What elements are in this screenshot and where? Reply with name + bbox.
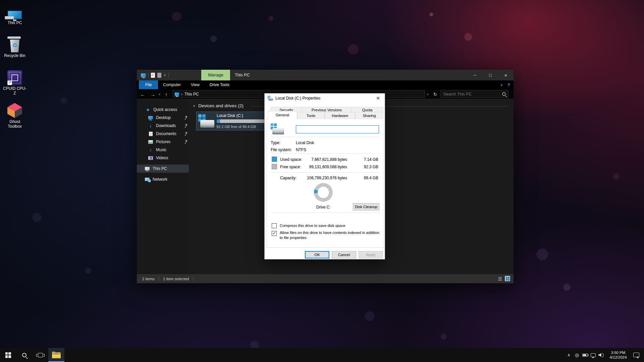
qat-new-folder-icon[interactable] bbox=[157, 73, 161, 78]
capacity-bytes: 106,799,230,976 bytes bbox=[292, 176, 347, 180]
pin-icon bbox=[184, 124, 188, 128]
clock-time: 3:50 PM bbox=[611, 350, 626, 355]
large-icons-view-icon[interactable] bbox=[505, 276, 510, 281]
cpuz-icon bbox=[3, 68, 27, 85]
forward-icon[interactable]: → bbox=[150, 89, 155, 99]
apply-button[interactable]: Apply bbox=[359, 251, 383, 258]
sidebar-item-pictures[interactable]: Pictures bbox=[137, 138, 189, 146]
properties-dialog: Local Disk (C:) Properties ✕ Security Pr… bbox=[264, 93, 385, 259]
tab-general[interactable]: General bbox=[268, 111, 297, 119]
tray-volume-icon[interactable] bbox=[597, 348, 605, 362]
details-view-icon[interactable] bbox=[497, 276, 503, 281]
disk-cleanup-button[interactable]: Disk Cleanup bbox=[353, 203, 379, 210]
recent-locations-dropdown-icon[interactable]: ∨ bbox=[158, 89, 161, 99]
free-space-swatch bbox=[272, 164, 277, 169]
item-count: 2 items bbox=[142, 277, 155, 281]
capacity-size: 99.4 GB bbox=[349, 176, 378, 180]
tray-camera-icon[interactable]: ◎ bbox=[573, 348, 581, 362]
sidebar-item-downloads[interactable]: ↓ Downloads bbox=[137, 122, 189, 130]
search-icon[interactable] bbox=[502, 92, 506, 96]
file-system-label: File system: bbox=[271, 147, 292, 152]
shortcut-arrow-icon bbox=[7, 80, 12, 85]
tab-hardware[interactable]: Hardware bbox=[325, 112, 355, 119]
minimize-button[interactable]: ─ bbox=[467, 70, 483, 80]
separator bbox=[168, 73, 169, 77]
separator bbox=[271, 137, 380, 137]
window-title: This PC bbox=[235, 70, 250, 80]
desktop-icon-this-pc[interactable]: This PC bbox=[3, 3, 27, 25]
help-icon[interactable]: ? bbox=[507, 80, 510, 89]
menu-tab-view[interactable]: View bbox=[186, 80, 205, 89]
sidebar-item-quick-access[interactable]: ★ Quick access bbox=[137, 106, 189, 114]
taskbar-clock[interactable]: 3:50 PM 4/12/2024 bbox=[606, 348, 630, 362]
cancel-button[interactable]: Cancel bbox=[332, 251, 356, 258]
breadcrumb-separator-icon: › bbox=[181, 92, 182, 97]
menu-tab-drive-tools[interactable]: Drive Tools bbox=[205, 80, 234, 89]
search-box[interactable] bbox=[440, 90, 508, 98]
sidebar-item-desktop[interactable]: Desktop bbox=[137, 114, 189, 122]
navigation-pane: ★ Quick access Desktop ↓ Downloads Docum… bbox=[137, 99, 189, 274]
close-button[interactable]: × bbox=[498, 70, 514, 80]
qat-computer-icon[interactable] bbox=[141, 73, 146, 77]
caption-buttons: ─ □ × bbox=[467, 70, 514, 80]
menu-tab-computer[interactable]: Computer bbox=[158, 80, 186, 89]
task-view-button[interactable] bbox=[32, 348, 48, 362]
allow-indexing-checkbox[interactable] bbox=[272, 231, 277, 236]
selection-count: 1 item selected bbox=[163, 277, 189, 281]
qat-properties-icon[interactable] bbox=[151, 73, 155, 78]
tray-battery-icon[interactable] bbox=[581, 348, 589, 362]
music-icon: ♪ bbox=[148, 147, 153, 152]
qat-customize-dropdown-icon[interactable]: ∨ bbox=[164, 73, 166, 77]
volume-label-field[interactable] bbox=[296, 125, 379, 133]
drive-icon bbox=[198, 114, 214, 128]
action-center-button[interactable] bbox=[631, 348, 641, 362]
tray-network-icon[interactable] bbox=[589, 348, 597, 362]
desktop-icon-cpuz[interactable]: CPUID CPU-Z bbox=[3, 68, 27, 96]
address-dropdown-icon[interactable]: ∨ bbox=[427, 89, 429, 99]
breadcrumb[interactable]: This PC bbox=[184, 92, 199, 97]
search-input[interactable] bbox=[441, 90, 508, 98]
pin-icon bbox=[184, 132, 188, 136]
desktop-icon-label: Ghost Toolbox bbox=[3, 119, 27, 129]
tray-show-hidden-icons-chevron[interactable]: ∧ bbox=[565, 348, 573, 362]
refresh-icon[interactable]: ↻ bbox=[433, 89, 437, 99]
up-icon[interactable]: ↑ bbox=[165, 89, 168, 99]
sidebar-item-network[interactable]: Network bbox=[137, 175, 189, 183]
sidebar-item-videos[interactable]: Videos bbox=[137, 154, 189, 162]
tab-sharing[interactable]: Sharing bbox=[355, 112, 383, 119]
ribbon-tab-strip: File Computer View Drive Tools bbox=[137, 80, 514, 89]
compress-drive-checkbox[interactable] bbox=[272, 223, 277, 228]
separator bbox=[159, 277, 159, 281]
status-bar: 2 items 1 item selected bbox=[137, 274, 514, 283]
file-explorer-icon bbox=[52, 352, 61, 358]
sidebar-item-music[interactable]: ♪ Music bbox=[137, 146, 189, 154]
ribbon-expand-icon[interactable]: ∨ bbox=[500, 80, 503, 89]
desktop-icon-label: Recycle Bin bbox=[3, 53, 27, 58]
taskbar-file-explorer-button[interactable] bbox=[48, 348, 64, 362]
desktop-icon-ghost-toolbox[interactable]: Ghost Toolbox bbox=[3, 102, 27, 129]
collapse-chevron-icon[interactable]: ∨ bbox=[193, 104, 195, 108]
drive-tile-local-disk-c[interactable]: Local Disk (C:) 92.2 GB free of 99.4 GB bbox=[196, 112, 268, 130]
dialog-close-icon[interactable]: ✕ bbox=[371, 94, 385, 103]
back-icon[interactable]: ← bbox=[140, 89, 145, 99]
taskbar-search-button[interactable] bbox=[16, 348, 32, 362]
tab-tools[interactable]: Tools bbox=[297, 112, 325, 119]
separator bbox=[271, 154, 380, 154]
group-header[interactable]: ∨ Devices and drives (2) bbox=[193, 103, 244, 108]
quick-access-star-icon: ★ bbox=[145, 107, 151, 112]
desktop-icon-recycle-bin[interactable]: ♻ Recycle Bin bbox=[3, 36, 27, 58]
ok-button[interactable]: OK bbox=[305, 251, 329, 258]
menu-tab-file[interactable]: File bbox=[139, 80, 158, 89]
ribbon-context-tab-manage[interactable]: Manage bbox=[201, 70, 230, 80]
sidebar-item-this-pc[interactable]: This PC bbox=[137, 165, 189, 173]
windows-logo-icon bbox=[5, 352, 11, 358]
sidebar-item-documents[interactable]: Documents bbox=[137, 130, 189, 138]
this-pc-icon bbox=[145, 166, 150, 171]
separator bbox=[271, 172, 380, 173]
volume-label-input[interactable] bbox=[296, 126, 379, 133]
start-button[interactable] bbox=[0, 348, 16, 362]
maximize-button[interactable]: □ bbox=[483, 70, 498, 80]
dialog-title: Local Disk (C:) Properties bbox=[275, 96, 320, 101]
type-value: Local Disk bbox=[296, 140, 314, 145]
view-switcher bbox=[497, 276, 510, 281]
